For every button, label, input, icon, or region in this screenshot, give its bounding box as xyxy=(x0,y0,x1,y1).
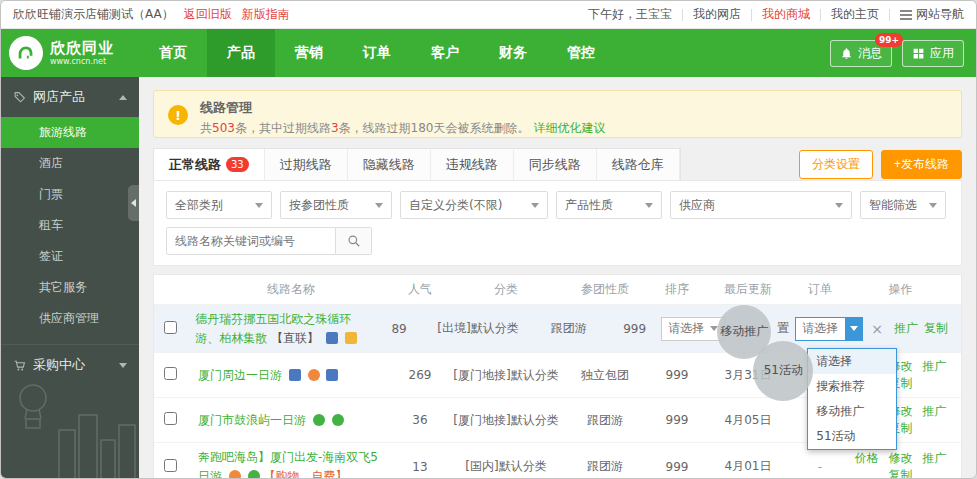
brand-name: 欣欣同业 xyxy=(50,40,114,57)
group-type-value: 跟团游 xyxy=(562,458,648,475)
apps-button[interactable]: 应用 xyxy=(902,40,964,67)
tab-hidden-routes[interactable]: 隐藏线路 xyxy=(348,149,431,180)
messages-button[interactable]: 99+ 消息 xyxy=(830,40,892,67)
message-count-badge: 99+ xyxy=(875,33,903,47)
chevron-down-icon xyxy=(375,203,383,208)
sidebar-item-car-rental[interactable]: 租车 xyxy=(1,210,139,241)
sidebar-section-shop-products[interactable]: 网店产品 xyxy=(1,77,139,117)
orders-value: - xyxy=(790,460,850,474)
dropdown-option[interactable]: 移动推广 xyxy=(808,399,896,424)
new-guide-link[interactable]: 新版指南 xyxy=(242,6,290,23)
col-group-type: 参团性质 xyxy=(562,281,648,298)
bell-icon xyxy=(840,47,853,60)
route-search-input[interactable] xyxy=(166,227,336,255)
category-value: [厦门地接]默认分类 xyxy=(450,367,562,384)
sidebar-item-tickets[interactable]: 门票 xyxy=(1,179,139,210)
sidebar-item-supplier-management[interactable]: 供应商管理 xyxy=(1,303,139,334)
search-icon xyxy=(347,234,361,248)
row-checkbox[interactable] xyxy=(164,459,177,472)
main-content: ! 线路管理 共503条，其中过期线路3条，线路过期180天会被系统删除。详细优… xyxy=(139,77,976,479)
publish-route-button[interactable]: +发布线路 xyxy=(881,150,962,179)
copy-link[interactable]: 复制 xyxy=(889,468,913,479)
shopping-self-pay-tag: 【购物、自费】 xyxy=(263,469,347,479)
nav-item-control[interactable]: 管控 xyxy=(547,29,615,77)
city-illustration xyxy=(1,370,139,479)
chevron-up-icon xyxy=(119,95,127,100)
sort-value[interactable]: 999 xyxy=(648,460,706,474)
row-checkbox[interactable] xyxy=(164,321,177,334)
shop-name: 欣欣旺铺演示店铺测试（AA） xyxy=(13,6,174,23)
route-name-link[interactable]: 厦门市鼓浪屿一日游 xyxy=(198,413,306,427)
tab-normal-routes[interactable]: 正常线路 33 xyxy=(154,149,265,180)
sidebar-item-hotel[interactable]: 酒店 xyxy=(1,148,139,179)
filter-custom-category[interactable]: 自定义分类(不限) xyxy=(400,191,548,219)
promote-link[interactable]: 推广 xyxy=(922,451,946,465)
my-mall-link[interactable]: 我的商城 xyxy=(762,6,810,23)
sidebar-item-other-services[interactable]: 其它服务 xyxy=(1,272,139,303)
sidebar-collapse-handle[interactable] xyxy=(128,185,139,221)
filter-group-type[interactable]: 按参团性质 xyxy=(280,191,392,219)
chevron-down-icon xyxy=(835,203,843,208)
filter-smart[interactable]: 智能筛选 xyxy=(860,191,946,219)
search-button[interactable] xyxy=(336,227,372,255)
back-to-old-link[interactable]: 返回旧版 xyxy=(184,6,232,23)
brand[interactable]: 欣欣同业 www.cncn.net xyxy=(1,29,139,77)
category-settings-button[interactable]: 分类设置 xyxy=(799,150,873,179)
row-checkbox[interactable] xyxy=(164,367,177,380)
group-type-value: 跟团游 xyxy=(562,412,648,429)
promote-link[interactable]: 推广 xyxy=(922,359,946,373)
promote-link[interactable]: 推广 xyxy=(894,320,918,337)
row-checkbox[interactable] xyxy=(164,412,177,425)
close-editor-icon[interactable]: × xyxy=(871,321,883,337)
nav-item-home[interactable]: 首页 xyxy=(139,29,207,77)
col-category: 分类 xyxy=(450,281,562,298)
col-orders: 订单 xyxy=(790,281,850,298)
sidebar-item-visa[interactable]: 签证 xyxy=(1,241,139,272)
top-utility-bar: 欣欣旺铺演示店铺测试（AA） 返回旧版 新版指南 下午好，王宝宝 我的网店 我的… xyxy=(1,1,976,29)
activity-icon xyxy=(229,470,241,479)
nav-item-marketing[interactable]: 营销 xyxy=(275,29,343,77)
promote-link[interactable]: 推广 xyxy=(922,404,946,418)
sort-value[interactable]: 999 xyxy=(608,322,661,336)
notice-title: 线路管理 xyxy=(200,99,949,117)
copy-link[interactable]: 复制 xyxy=(924,320,948,337)
expired-count: 3 xyxy=(331,121,339,135)
dropdown-option[interactable]: 请选择 xyxy=(808,349,896,374)
sidebar-item-travel-routes[interactable]: 旅游线路 xyxy=(1,117,139,148)
sort-value[interactable]: 999 xyxy=(648,413,706,427)
route-name-link[interactable]: 厦门周边一日游 xyxy=(198,368,282,382)
filter-supplier[interactable]: 供应商 xyxy=(670,191,852,219)
chevron-down-icon xyxy=(645,203,653,208)
nav-item-orders[interactable]: 订单 xyxy=(343,29,411,77)
sync-icon xyxy=(313,414,325,426)
messages-label: 消息 xyxy=(858,45,882,62)
price-link[interactable]: 价格 xyxy=(855,451,879,465)
my-homepage-link[interactable]: 我的主页 xyxy=(831,6,879,23)
tab-sync-routes[interactable]: 同步线路 xyxy=(514,149,597,180)
promotion-editor: 请选择 置 请选择 × 推广 复制 请选择 搜索推荐 xyxy=(661,317,951,341)
dropdown-option[interactable]: 51活动 xyxy=(808,424,896,449)
flag-icon xyxy=(289,369,301,381)
nav-item-products[interactable]: 产品 xyxy=(207,29,275,77)
select-caret-button[interactable] xyxy=(845,318,862,340)
tab-violation-routes[interactable]: 违规线路 xyxy=(431,149,514,180)
sort-value[interactable]: 999 xyxy=(648,368,706,382)
tab-expired-routes[interactable]: 过期线路 xyxy=(265,149,348,180)
tab-route-warehouse[interactable]: 线路仓库 xyxy=(597,149,680,180)
filter-all-categories[interactable]: 全部类别 xyxy=(166,191,272,219)
site-nav-menu[interactable]: 网站导航 xyxy=(900,6,964,23)
group-type-value: 跟团游 xyxy=(529,320,608,337)
nav-item-customers[interactable]: 客户 xyxy=(411,29,479,77)
elephant-logo-icon xyxy=(9,36,43,70)
dropdown-option[interactable]: 搜索推荐 xyxy=(808,374,896,399)
optimization-suggestion-link[interactable]: 详细优化建议 xyxy=(533,121,605,135)
notice-text: 共503条，其中过期线路3条，线路过期180天会被系统删除。详细优化建议 xyxy=(200,120,949,137)
promotion-type-select-open[interactable]: 请选择 xyxy=(795,317,863,341)
filter-product-nature[interactable]: 产品性质 xyxy=(556,191,662,219)
nav-item-finance[interactable]: 财务 xyxy=(479,29,547,77)
apps-label: 应用 xyxy=(930,45,954,62)
tabs-row: 正常线路 33 过期线路 隐藏线路 违规线路 同步线路 线路仓库 分类设置 +发… xyxy=(153,148,962,180)
promotion-position-select[interactable]: 请选择 xyxy=(661,317,725,341)
my-shop-link[interactable]: 我的网店 xyxy=(693,6,741,23)
edit-link[interactable]: 修改 xyxy=(889,451,913,465)
